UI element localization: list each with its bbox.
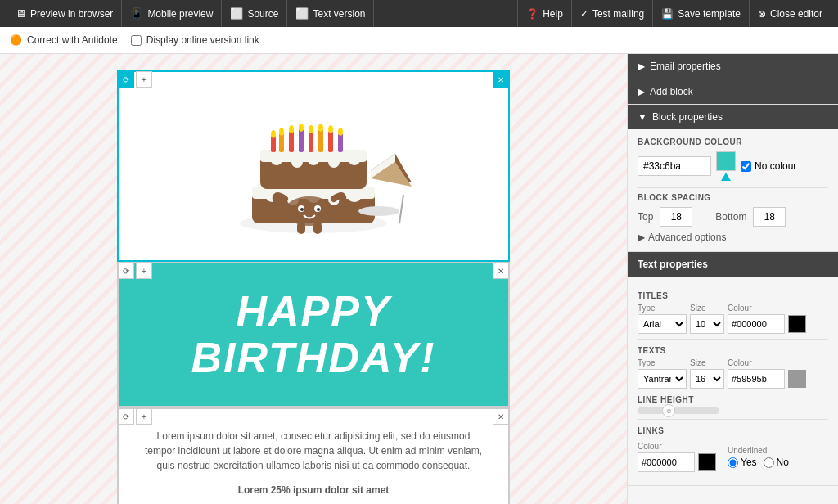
texts-colour-swatch[interactable]: [788, 370, 806, 388]
texts-colour-input[interactable]: [728, 369, 785, 389]
delete-block-btn[interactable]: ✕: [493, 71, 509, 88]
texts-props-row: Type Yantran Size 16 Colour: [638, 358, 828, 389]
underlined-radio-group: Yes No: [728, 457, 789, 468]
spacing-bottom-input[interactable]: [753, 207, 786, 227]
promo-text: Lorem 25% ipsum dolor sit amet: [143, 483, 484, 497]
test-mailing-btn[interactable]: ✓ Test mailing: [572, 0, 653, 27]
links-colour-input[interactable]: [638, 452, 695, 472]
bg-colour-swatch[interactable]: [716, 151, 736, 171]
svg-point-23: [271, 130, 276, 138]
texts-colour-col: Colour: [728, 358, 806, 389]
svg-rect-17: [289, 131, 294, 152]
arrow-right-adv-icon: ▶: [638, 232, 645, 243]
line-height-label: Line height: [638, 395, 828, 404]
text-body: Lorem ipsum dolor sit amet, consectetur …: [143, 429, 484, 473]
online-version-item: Display online version link: [131, 34, 259, 46]
copy-block-btn[interactable]: ⟳: [118, 71, 134, 88]
right-panel: ▶ Email properties ▶ Add block ▼ Block p…: [627, 54, 838, 504]
source-btn[interactable]: ⬜ Source: [222, 0, 287, 27]
text-block[interactable]: ⟳ + ✕ Lorem ipsum dolor sit amet, consec…: [117, 407, 510, 504]
underlined-no[interactable]: No: [764, 457, 789, 468]
colour-col: Colour: [728, 304, 806, 334]
no-colour-label[interactable]: No colour: [741, 160, 796, 172]
arrow-down-icon: ▼: [638, 111, 647, 123]
birthday-block-controls-left: ⟳ +: [118, 263, 152, 279]
online-version-checkbox[interactable]: [131, 35, 142, 46]
birthday-line1: HAPPY: [135, 288, 492, 335]
birthday-block[interactable]: ⟳ + ✕ HAPPY BIRTHDAY!: [117, 262, 510, 407]
text-version-btn[interactable]: ⬜ Text version: [287, 0, 374, 27]
block-controls-left: ⟳ +: [118, 71, 152, 88]
help-icon: ❓: [526, 8, 538, 20]
svg-rect-16: [279, 133, 284, 152]
links-label: LINKS: [638, 426, 828, 435]
underlined-yes-radio[interactable]: [728, 457, 738, 468]
titles-props-row: Type Arial Size 10 Colour: [638, 304, 828, 334]
links-colour-swatch[interactable]: [698, 453, 716, 471]
toolbar-right: ❓ Help ✓ Test mailing 💾 Save template ⊗ …: [517, 0, 831, 27]
check-icon: ✓: [580, 8, 588, 20]
canvas-area: ⟳ + ✕: [0, 54, 627, 504]
text-version-icon: ⬜: [295, 7, 309, 20]
svg-rect-19: [309, 131, 313, 152]
svg-line-39: [399, 195, 403, 223]
text-properties-body: TITLES Type Arial Size 10: [628, 277, 838, 485]
antidote-icon: 🟠: [10, 34, 22, 46]
image-block[interactable]: ⟳ + ✕: [117, 70, 510, 262]
copy-birthday-btn[interactable]: ⟳: [118, 263, 134, 279]
arrow-right-icon: ▶: [638, 61, 645, 72]
titles-type-select[interactable]: Arial: [638, 314, 687, 334]
titles-size-select[interactable]: 10: [690, 314, 724, 334]
titles-colour-swatch[interactable]: [788, 315, 806, 333]
color-indicator-box: [716, 151, 736, 181]
no-colour-checkbox[interactable]: [741, 161, 751, 172]
delete-text-btn[interactable]: ✕: [493, 408, 509, 425]
main-layout: ⟳ + ✕: [0, 54, 838, 504]
mobile-preview-btn[interactable]: 📱 Mobile preview: [122, 0, 222, 27]
text-block-content: Lorem ipsum dolor sit amet, consectetur …: [119, 409, 508, 504]
add-birthday-btn[interactable]: +: [136, 263, 152, 279]
svg-point-11: [291, 156, 303, 168]
texts-size-select[interactable]: 16: [690, 369, 724, 389]
email-properties-section: ▶ Email properties: [628, 54, 838, 79]
image-block-content: [119, 72, 508, 260]
add-block-section: ▶ Add block: [628, 79, 838, 105]
spacing-top-input[interactable]: [660, 207, 692, 227]
titles-colour-input[interactable]: [728, 314, 785, 334]
svg-point-28: [318, 124, 323, 132]
cake-illustration: [182, 88, 444, 244]
help-btn[interactable]: ❓ Help: [517, 0, 572, 27]
advanced-options-link[interactable]: ▶ Advanced options: [638, 232, 828, 243]
preview-browser-btn[interactable]: 🖥 Preview in browser: [7, 0, 122, 27]
add-text-btn[interactable]: +: [136, 408, 152, 425]
bg-colour-input[interactable]: [638, 156, 711, 176]
close-icon: ⊗: [758, 8, 766, 20]
texts-type-select[interactable]: Yantran: [638, 369, 687, 389]
texts-type-col: Type Yantran: [638, 358, 687, 389]
svg-rect-20: [318, 129, 323, 152]
svg-point-26: [299, 124, 304, 132]
line-height-bar: ⊗: [638, 407, 719, 414]
close-editor-btn[interactable]: ⊗ Close editor: [750, 0, 831, 27]
add-block-btn[interactable]: +: [136, 71, 152, 88]
svg-point-25: [289, 125, 294, 133]
svg-point-35: [317, 208, 320, 211]
birthday-content: HAPPY BIRTHDAY!: [119, 263, 508, 406]
svg-point-13: [328, 156, 340, 168]
line-height-handle[interactable]: ⊗: [662, 404, 675, 417]
delete-birthday-btn[interactable]: ✕: [493, 263, 509, 279]
underlined-no-radio[interactable]: [764, 457, 774, 468]
block-properties-section: ▼ Block properties BACKGROUND COLOUR No …: [628, 105, 838, 252]
antidote-item[interactable]: 🟠 Correct with Antidote: [10, 34, 118, 46]
email-properties-header[interactable]: ▶ Email properties: [628, 54, 838, 79]
text-properties-header[interactable]: Text properties: [628, 252, 838, 277]
birthday-line2: BIRTHDAY!: [135, 335, 492, 381]
svg-point-10: [271, 155, 282, 165]
block-properties-header[interactable]: ▼ Block properties: [628, 105, 838, 129]
underlined-yes[interactable]: Yes: [728, 457, 757, 468]
monitor-icon: 🖥: [16, 7, 26, 20]
copy-text-btn[interactable]: ⟳: [118, 408, 134, 425]
svg-rect-21: [328, 131, 333, 152]
add-block-header[interactable]: ▶ Add block: [628, 79, 838, 104]
save-template-btn[interactable]: 💾 Save template: [653, 0, 750, 27]
